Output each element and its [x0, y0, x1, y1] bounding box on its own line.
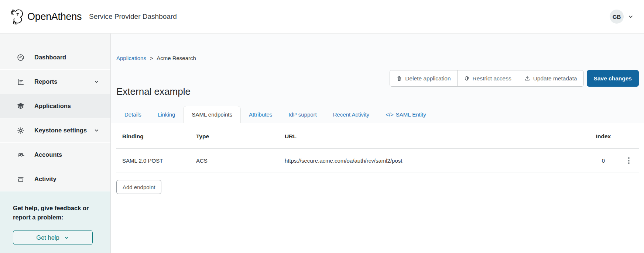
- table-row: SAML 2.0 POST ACS https://secure.acme.co…: [116, 149, 639, 173]
- chevron-down-icon: [64, 235, 69, 240]
- delete-application-label: Delete application: [405, 75, 451, 82]
- column-header-index: Index: [589, 123, 618, 149]
- breadcrumb: Applications > Acme Research: [116, 34, 639, 61]
- tab-details[interactable]: Details: [116, 106, 150, 123]
- chevron-down-icon: [628, 14, 634, 20]
- avatar: GB: [610, 10, 624, 24]
- gauge-icon: [17, 53, 25, 62]
- column-header-type: Type: [196, 123, 285, 149]
- tab-idp-support[interactable]: IdP support: [280, 106, 325, 123]
- cell-index: 0: [589, 149, 618, 173]
- sidebar-item-label: Dashboard: [34, 54, 66, 61]
- tab-recent-activity[interactable]: Recent Activity: [325, 106, 377, 123]
- column-header-url: URL: [285, 123, 589, 149]
- button-group: Delete application Restrict access: [390, 70, 583, 87]
- kebab-icon: [628, 157, 630, 164]
- upload-icon: [524, 76, 530, 82]
- breadcrumb-link-applications[interactable]: Applications: [116, 55, 146, 61]
- app-title: Service Provider Dashboard: [89, 13, 177, 21]
- trash-icon: [396, 76, 402, 82]
- tab-label: SAML endpoints: [192, 111, 232, 118]
- page-head: External example Delete application: [116, 61, 639, 100]
- sidebar-item-applications[interactable]: Applications: [0, 94, 110, 118]
- action-toolbar: Delete application Restrict access: [390, 70, 639, 87]
- main-area: Applications > Acme Research External ex…: [111, 34, 644, 253]
- tab-label: Linking: [158, 111, 175, 118]
- get-help-label: Get help: [36, 234, 59, 241]
- table-header-row: Binding Type URL Index: [116, 123, 639, 149]
- saml-endpoints-panel: Binding Type URL Index SAML 2.0 POST ACS…: [111, 123, 644, 253]
- tab-label: SAML Entity: [396, 111, 426, 118]
- report-icon: [17, 78, 25, 86]
- help-box: Get help, give feedback or report a prob…: [0, 191, 110, 253]
- layers-icon: [17, 102, 25, 110]
- archive-icon: [17, 175, 25, 183]
- tab-saml-entity[interactable]: </> SAML Entity: [377, 106, 434, 123]
- add-endpoint-button[interactable]: Add endpoint: [116, 180, 161, 194]
- update-metadata-label: Update metadata: [533, 75, 577, 82]
- sidebar-item-label: Reports: [34, 78, 57, 85]
- update-metadata-button[interactable]: Update metadata: [518, 70, 583, 86]
- owl-logo-icon: [9, 7, 25, 26]
- sidebar-item-activity[interactable]: Activity: [0, 167, 110, 191]
- column-header-binding: Binding: [116, 123, 196, 149]
- tab-attributes[interactable]: Attributes: [241, 106, 280, 123]
- cell-url: https://secure.acme.com/oa/auth/rcv/saml…: [285, 149, 589, 173]
- cell-type: ACS: [196, 149, 285, 173]
- sidebar-item-dashboard[interactable]: Dashboard: [0, 45, 110, 70]
- brand-name: OpenAthens: [27, 11, 82, 22]
- chevron-down-icon: [94, 128, 99, 133]
- restrict-access-button[interactable]: Restrict access: [458, 70, 518, 86]
- gear-icon: [17, 126, 25, 135]
- top-header: OpenAthens Service Provider Dashboard GB: [0, 0, 644, 34]
- sidebar-item-reports[interactable]: Reports: [0, 70, 110, 94]
- column-header-actions: [618, 123, 639, 149]
- breadcrumb-separator: >: [150, 55, 153, 61]
- sidebar-item-label: Applications: [34, 103, 71, 110]
- breadcrumb-current: Acme Research: [157, 55, 196, 61]
- tab-label: IdP support: [288, 111, 316, 118]
- help-text: Get help, give feedback or report a prob…: [13, 204, 99, 222]
- tab-label: Details: [124, 111, 141, 118]
- page-heading: External example: [116, 86, 191, 97]
- tab-label: Attributes: [249, 111, 272, 118]
- chevron-down-icon: [94, 79, 99, 84]
- sidebar: Dashboard Reports: [0, 34, 111, 253]
- user-menu[interactable]: GB: [610, 10, 634, 24]
- sidebar-item-label: Accounts: [34, 151, 62, 158]
- app-window: OpenAthens Service Provider Dashboard GB…: [0, 0, 644, 253]
- sidebar-item-keystone-settings[interactable]: Keystone settings: [0, 118, 110, 143]
- people-icon: [17, 151, 25, 159]
- sidebar-item-label: Keystone settings: [34, 127, 87, 134]
- delete-application-button[interactable]: Delete application: [390, 70, 457, 86]
- tabbar: Details Linking SAML endpoints Attribute…: [116, 100, 639, 123]
- sidebar-item-accounts[interactable]: Accounts: [0, 143, 110, 167]
- openathens-logo[interactable]: OpenAthens: [9, 7, 82, 26]
- restrict-access-label: Restrict access: [473, 75, 511, 82]
- row-menu-button[interactable]: [625, 156, 633, 166]
- sidebar-item-label: Activity: [34, 176, 56, 183]
- get-help-button[interactable]: Get help: [13, 230, 93, 245]
- tab-saml-endpoints[interactable]: SAML endpoints: [183, 106, 241, 123]
- tab-label: Recent Activity: [333, 111, 369, 118]
- code-icon: </>: [386, 111, 394, 118]
- sidebar-nav: Dashboard Reports: [0, 45, 110, 191]
- endpoints-table: Binding Type URL Index SAML 2.0 POST ACS…: [116, 123, 639, 173]
- shield-icon: [464, 76, 470, 82]
- cell-binding: SAML 2.0 POST: [116, 149, 196, 173]
- save-changes-button[interactable]: Save changes: [587, 70, 639, 87]
- tab-linking[interactable]: Linking: [150, 106, 184, 123]
